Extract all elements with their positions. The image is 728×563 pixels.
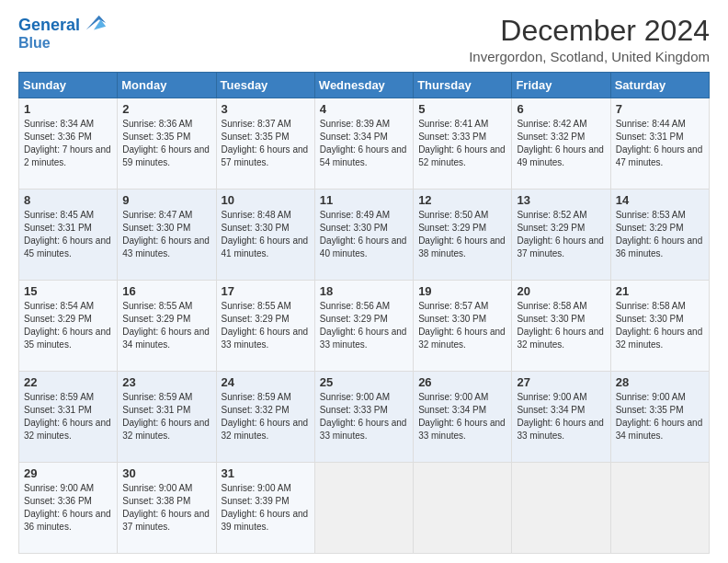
calendar-cell: 2Sunrise: 8:36 AMSunset: 3:35 PMDaylight… — [118, 98, 216, 190]
day-number: 26 — [418, 375, 506, 389]
day-number: 12 — [418, 193, 506, 207]
day-number: 5 — [418, 102, 506, 116]
calendar-cell: 7Sunrise: 8:44 AMSunset: 3:31 PMDaylight… — [610, 98, 709, 190]
calendar-cell: 15Sunrise: 8:54 AMSunset: 3:29 PMDayligh… — [19, 281, 118, 372]
cell-details: Sunrise: 8:37 AMSunset: 3:35 PMDaylight:… — [222, 118, 310, 169]
day-number: 23 — [122, 375, 210, 389]
cell-details: Sunrise: 9:00 AMSunset: 3:38 PMDaylight:… — [122, 482, 210, 534]
col-header-tuesday: Tuesday — [216, 73, 314, 98]
calendar-cell: 3Sunrise: 8:37 AMSunset: 3:35 PMDaylight… — [216, 98, 314, 190]
day-number: 13 — [517, 193, 605, 207]
day-number: 3 — [222, 102, 310, 116]
day-number: 24 — [222, 375, 310, 389]
day-number: 22 — [24, 375, 112, 389]
week-row-3: 15Sunrise: 8:54 AMSunset: 3:29 PMDayligh… — [19, 281, 710, 372]
day-number: 18 — [320, 284, 408, 298]
cell-details: Sunrise: 9:00 AMSunset: 3:34 PMDaylight:… — [517, 391, 605, 442]
calendar-cell: 10Sunrise: 8:48 AMSunset: 3:30 PMDayligh… — [216, 190, 314, 281]
day-number: 25 — [320, 375, 408, 389]
week-row-1: 1Sunrise: 8:34 AMSunset: 3:36 PMDaylight… — [19, 98, 710, 190]
cell-details: Sunrise: 8:41 AMSunset: 3:33 PMDaylight:… — [418, 118, 506, 169]
logo-blue: Blue — [18, 35, 108, 52]
calendar-cell: 6Sunrise: 8:42 AMSunset: 3:32 PMDaylight… — [512, 98, 610, 190]
day-number: 16 — [122, 284, 210, 298]
cell-details: Sunrise: 8:57 AMSunset: 3:30 PMDaylight:… — [418, 300, 506, 351]
cell-details: Sunrise: 8:54 AMSunset: 3:29 PMDaylight:… — [24, 300, 112, 351]
calendar-cell: 22Sunrise: 8:59 AMSunset: 3:31 PMDayligh… — [19, 372, 118, 463]
day-number: 27 — [517, 375, 605, 389]
cell-details: Sunrise: 8:34 AMSunset: 3:36 PMDaylight:… — [24, 118, 112, 169]
cell-details: Sunrise: 8:56 AMSunset: 3:29 PMDaylight:… — [320, 300, 408, 351]
col-header-thursday: Thursday — [414, 73, 512, 98]
cell-details: Sunrise: 8:59 AMSunset: 3:31 PMDaylight:… — [122, 391, 210, 442]
calendar-cell: 29Sunrise: 9:00 AMSunset: 3:36 PMDayligh… — [19, 463, 118, 554]
calendar-cell: 17Sunrise: 8:55 AMSunset: 3:29 PMDayligh… — [216, 281, 314, 372]
cell-details: Sunrise: 8:55 AMSunset: 3:29 PMDaylight:… — [122, 300, 210, 351]
header: General Blue December 2024 Invergordon, … — [18, 15, 710, 64]
calendar-cell — [414, 463, 512, 554]
calendar-cell: 1Sunrise: 8:34 AMSunset: 3:36 PMDaylight… — [19, 98, 118, 190]
calendar-cell — [314, 463, 413, 554]
calendar-cell: 16Sunrise: 8:55 AMSunset: 3:29 PMDayligh… — [118, 281, 216, 372]
cell-details: Sunrise: 8:42 AMSunset: 3:32 PMDaylight:… — [517, 118, 605, 169]
cell-details: Sunrise: 8:59 AMSunset: 3:31 PMDaylight:… — [24, 391, 112, 442]
cell-details: Sunrise: 9:00 AMSunset: 3:39 PMDaylight:… — [222, 482, 310, 534]
day-number: 20 — [517, 284, 605, 298]
cell-details: Sunrise: 8:52 AMSunset: 3:29 PMDaylight:… — [517, 209, 605, 260]
calendar-cell: 30Sunrise: 9:00 AMSunset: 3:38 PMDayligh… — [118, 463, 216, 554]
page: General Blue December 2024 Invergordon, … — [0, 0, 728, 563]
week-row-2: 8Sunrise: 8:45 AMSunset: 3:31 PMDaylight… — [19, 190, 710, 281]
logo: General Blue — [18, 15, 108, 52]
calendar-cell: 21Sunrise: 8:58 AMSunset: 3:30 PMDayligh… — [610, 281, 709, 372]
logo-text: General — [18, 17, 80, 35]
cell-details: Sunrise: 8:36 AMSunset: 3:35 PMDaylight:… — [122, 118, 210, 169]
cell-details: Sunrise: 8:48 AMSunset: 3:30 PMDaylight:… — [222, 209, 310, 260]
calendar-cell: 8Sunrise: 8:45 AMSunset: 3:31 PMDaylight… — [19, 190, 118, 281]
week-row-4: 22Sunrise: 8:59 AMSunset: 3:31 PMDayligh… — [19, 372, 710, 463]
cell-details: Sunrise: 8:59 AMSunset: 3:32 PMDaylight:… — [222, 391, 310, 442]
calendar-cell — [512, 463, 610, 554]
calendar-cell: 18Sunrise: 8:56 AMSunset: 3:29 PMDayligh… — [314, 281, 413, 372]
cell-details: Sunrise: 8:50 AMSunset: 3:29 PMDaylight:… — [418, 209, 506, 260]
calendar-cell: 23Sunrise: 8:59 AMSunset: 3:31 PMDayligh… — [118, 372, 216, 463]
day-number: 2 — [122, 102, 210, 116]
calendar-cell: 24Sunrise: 8:59 AMSunset: 3:32 PMDayligh… — [216, 372, 314, 463]
day-number: 17 — [222, 284, 310, 298]
main-title: December 2024 — [469, 15, 710, 47]
day-number: 19 — [418, 284, 506, 298]
col-header-monday: Monday — [118, 73, 216, 98]
calendar-cell: 31Sunrise: 9:00 AMSunset: 3:39 PMDayligh… — [216, 463, 314, 554]
day-number: 8 — [24, 193, 112, 207]
col-header-sunday: Sunday — [19, 73, 118, 98]
cell-details: Sunrise: 9:00 AMSunset: 3:35 PMDaylight:… — [616, 391, 704, 442]
day-number: 14 — [616, 193, 704, 207]
cell-details: Sunrise: 8:47 AMSunset: 3:30 PMDaylight:… — [122, 209, 210, 260]
cell-details: Sunrise: 9:00 AMSunset: 3:34 PMDaylight:… — [418, 391, 506, 442]
logo-icon — [82, 11, 108, 37]
col-header-friday: Friday — [512, 73, 610, 98]
day-number: 7 — [616, 102, 704, 116]
day-number: 30 — [122, 466, 210, 480]
cell-details: Sunrise: 9:00 AMSunset: 3:33 PMDaylight:… — [320, 391, 408, 442]
week-row-5: 29Sunrise: 9:00 AMSunset: 3:36 PMDayligh… — [19, 463, 710, 554]
cell-details: Sunrise: 8:49 AMSunset: 3:30 PMDaylight:… — [320, 209, 408, 260]
day-number: 31 — [222, 466, 310, 480]
calendar-cell: 26Sunrise: 9:00 AMSunset: 3:34 PMDayligh… — [414, 372, 512, 463]
calendar-cell: 13Sunrise: 8:52 AMSunset: 3:29 PMDayligh… — [512, 190, 610, 281]
subtitle: Invergordon, Scotland, United Kingdom — [469, 49, 710, 64]
cell-details: Sunrise: 8:58 AMSunset: 3:30 PMDaylight:… — [517, 300, 605, 351]
day-number: 21 — [616, 284, 704, 298]
day-number: 28 — [616, 375, 704, 389]
calendar-cell: 28Sunrise: 9:00 AMSunset: 3:35 PMDayligh… — [610, 372, 709, 463]
title-block: December 2024 Invergordon, Scotland, Uni… — [469, 15, 710, 64]
cell-details: Sunrise: 8:58 AMSunset: 3:30 PMDaylight:… — [616, 300, 704, 351]
calendar-cell — [610, 463, 709, 554]
day-number: 4 — [320, 102, 408, 116]
calendar-cell: 9Sunrise: 8:47 AMSunset: 3:30 PMDaylight… — [118, 190, 216, 281]
col-header-wednesday: Wednesday — [314, 73, 413, 98]
calendar-cell: 11Sunrise: 8:49 AMSunset: 3:30 PMDayligh… — [314, 190, 413, 281]
calendar-cell: 5Sunrise: 8:41 AMSunset: 3:33 PMDaylight… — [414, 98, 512, 190]
calendar-header-row: SundayMondayTuesdayWednesdayThursdayFrid… — [19, 73, 710, 98]
day-number: 10 — [222, 193, 310, 207]
cell-details: Sunrise: 8:53 AMSunset: 3:29 PMDaylight:… — [616, 209, 704, 260]
